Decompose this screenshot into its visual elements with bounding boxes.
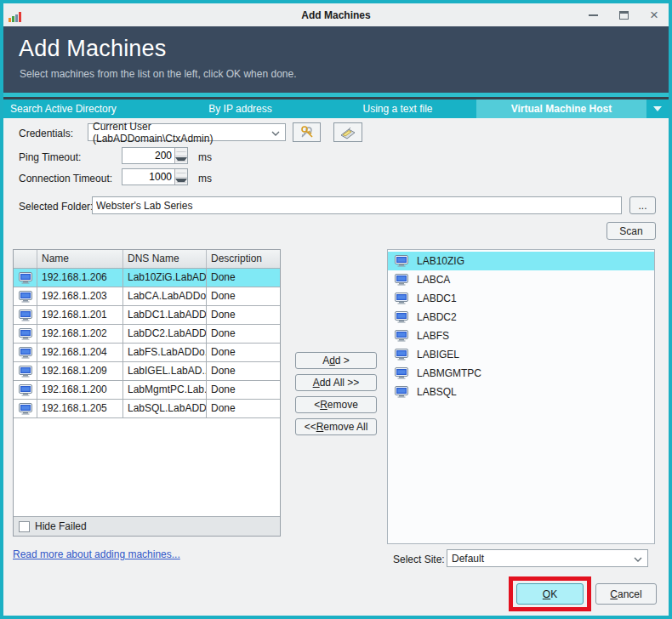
monitor-icon bbox=[14, 344, 37, 361]
ping-timeout-label: Ping Timeout: bbox=[19, 151, 81, 163]
chevron-down-icon bbox=[634, 553, 642, 565]
tab-search-active-directory[interactable]: Search Active Directory bbox=[3, 99, 162, 118]
table-empty-area bbox=[14, 418, 280, 516]
list-item[interactable]: LABIGEL bbox=[388, 345, 654, 364]
change-credentials-button[interactable] bbox=[293, 122, 321, 142]
monitor-icon bbox=[395, 330, 408, 342]
credentials-label: Credentials: bbox=[19, 128, 73, 139]
window-title: Add Machines bbox=[3, 9, 669, 21]
spin-up-icon[interactable] bbox=[175, 148, 187, 156]
tab-using-a-text-file[interactable]: Using a text file bbox=[319, 99, 476, 118]
table-header-row: Name DNS Name Description bbox=[14, 250, 280, 269]
add-button[interactable]: Add > bbox=[295, 352, 377, 369]
remove-button[interactable]: < Remove bbox=[295, 396, 377, 413]
minimize-icon bbox=[589, 14, 598, 16]
browse-folder-button[interactable]: ... bbox=[629, 196, 656, 214]
keys-icon bbox=[299, 126, 316, 139]
connection-timeout-input[interactable] bbox=[122, 169, 174, 185]
close-icon: × bbox=[650, 8, 658, 22]
table-row[interactable]: 192.168.1.203 LabCA.LabADDo... Done bbox=[14, 287, 280, 306]
table-row[interactable]: 192.168.1.201 LabDC1.LabADD... Done bbox=[14, 306, 280, 325]
connection-timeout-spinner[interactable] bbox=[174, 169, 187, 185]
ping-timeout-unit: ms bbox=[198, 151, 212, 163]
table-row[interactable]: 192.168.1.202 LabDC2.LabADD... Done bbox=[14, 325, 280, 344]
tab-bar: Search Active Directory By IP address Us… bbox=[3, 99, 669, 118]
spin-down-icon[interactable] bbox=[175, 156, 187, 164]
monitor-icon bbox=[14, 400, 37, 417]
cancel-button[interactable]: Cancel bbox=[595, 583, 657, 605]
ping-timeout-field[interactable] bbox=[122, 147, 188, 164]
table-row[interactable]: 192.168.1.209 LabIGEL.LabAD... Done bbox=[14, 362, 280, 381]
connection-timeout-label: Connection Timeout: bbox=[19, 173, 112, 185]
monitor-icon bbox=[395, 274, 408, 286]
maximize-button[interactable] bbox=[614, 6, 633, 25]
monitor-icon bbox=[14, 287, 37, 305]
table-row[interactable]: 192.168.1.206 Lab10ZiG.LabAD... Done bbox=[14, 269, 280, 287]
monitor-icon bbox=[14, 306, 37, 324]
dns-name-column-header[interactable]: DNS Name bbox=[123, 250, 207, 268]
remove-all-button[interactable]: << Remove All bbox=[295, 418, 377, 435]
monitor-icon bbox=[14, 269, 37, 287]
selected-machines-list: LAB10ZIG LABCA LABDC1 LABDC2 LABFS LABIG… bbox=[387, 249, 655, 544]
read-more-link[interactable]: Read more about adding machines... bbox=[13, 548, 180, 560]
ping-timeout-input[interactable] bbox=[122, 148, 174, 163]
monitor-icon bbox=[395, 386, 408, 398]
connection-timeout-field[interactable] bbox=[122, 168, 188, 185]
icon-column-header[interactable] bbox=[14, 250, 37, 268]
monitor-icon bbox=[14, 362, 37, 380]
chevron-down-icon bbox=[653, 106, 662, 111]
monitor-icon bbox=[14, 325, 37, 343]
list-item[interactable]: LABFS bbox=[388, 327, 654, 345]
monitor-icon bbox=[395, 367, 408, 379]
minimize-button[interactable] bbox=[584, 6, 602, 25]
list-item[interactable]: LABDC2 bbox=[388, 308, 654, 327]
ping-timeout-spinner[interactable] bbox=[174, 148, 187, 163]
list-item[interactable]: LAB10ZIG bbox=[388, 252, 654, 270]
page-title: Add Machines bbox=[19, 36, 669, 62]
page-subtitle: Select machines from the list on the lef… bbox=[20, 68, 669, 80]
titlebar: Add Machines × bbox=[3, 3, 669, 26]
table-row[interactable]: 192.168.1.200 LabMgmtPC.Lab... Done bbox=[14, 381, 280, 400]
spin-up-icon[interactable] bbox=[175, 169, 187, 178]
maximize-icon bbox=[619, 11, 629, 20]
table-footer: Hide Failed bbox=[14, 516, 280, 536]
description-column-header[interactable]: Description bbox=[207, 250, 280, 268]
select-site-label: Select Site: bbox=[393, 554, 445, 565]
hide-failed-checkbox[interactable] bbox=[19, 521, 30, 532]
eraser-icon bbox=[339, 126, 356, 139]
list-item[interactable]: LABDC1 bbox=[388, 289, 654, 308]
monitor-icon bbox=[14, 381, 37, 399]
discovered-machines-table: Name DNS Name Description 192.168.1.206 … bbox=[13, 249, 281, 537]
spin-down-icon[interactable] bbox=[175, 178, 187, 185]
tab-by-ip-address[interactable]: By IP address bbox=[162, 99, 319, 118]
table-row[interactable]: 192.168.1.204 LabFS.LabADDo... Done bbox=[14, 344, 280, 362]
monitor-icon bbox=[395, 349, 408, 361]
table-row[interactable]: 192.168.1.205 LabSQL.LabADD... Done bbox=[14, 400, 280, 418]
connection-timeout-unit: ms bbox=[198, 173, 212, 185]
monitor-icon bbox=[395, 311, 408, 323]
monitor-icon bbox=[395, 255, 408, 267]
name-column-header[interactable]: Name bbox=[37, 250, 123, 268]
selected-folder-label: Selected Folder: bbox=[19, 201, 93, 213]
select-site-value: Default bbox=[452, 553, 484, 565]
add-machines-window: Add Machines × Add Machines Select machi… bbox=[0, 0, 672, 619]
select-site-dropdown[interactable]: Default bbox=[447, 549, 648, 567]
close-button[interactable]: × bbox=[645, 6, 663, 25]
tab-virtual-machine-host[interactable]: Virtual Machine Host bbox=[476, 99, 646, 118]
chevron-down-icon bbox=[271, 127, 280, 139]
tab-overflow-button[interactable] bbox=[646, 99, 669, 118]
ok-button[interactable]: OK bbox=[516, 583, 584, 605]
dialog-header: Add Machines Select machines from the li… bbox=[3, 26, 669, 93]
monitor-icon bbox=[395, 292, 408, 304]
clear-credentials-button[interactable] bbox=[333, 122, 362, 142]
hide-failed-label: Hide Failed bbox=[35, 520, 87, 532]
add-all-button[interactable]: Add All >> bbox=[295, 374, 377, 391]
list-item[interactable]: LABMGMTPC bbox=[388, 364, 654, 383]
credentials-value: Current User (LabADDomain\CtxAdmin) bbox=[93, 121, 271, 145]
selected-folder-input[interactable] bbox=[92, 196, 622, 214]
list-item[interactable]: LABCA bbox=[388, 270, 654, 289]
credentials-dropdown[interactable]: Current User (LabADDomain\CtxAdmin) bbox=[88, 123, 286, 141]
list-item[interactable]: LABSQL bbox=[388, 383, 654, 401]
scan-button[interactable]: Scan bbox=[607, 222, 656, 240]
